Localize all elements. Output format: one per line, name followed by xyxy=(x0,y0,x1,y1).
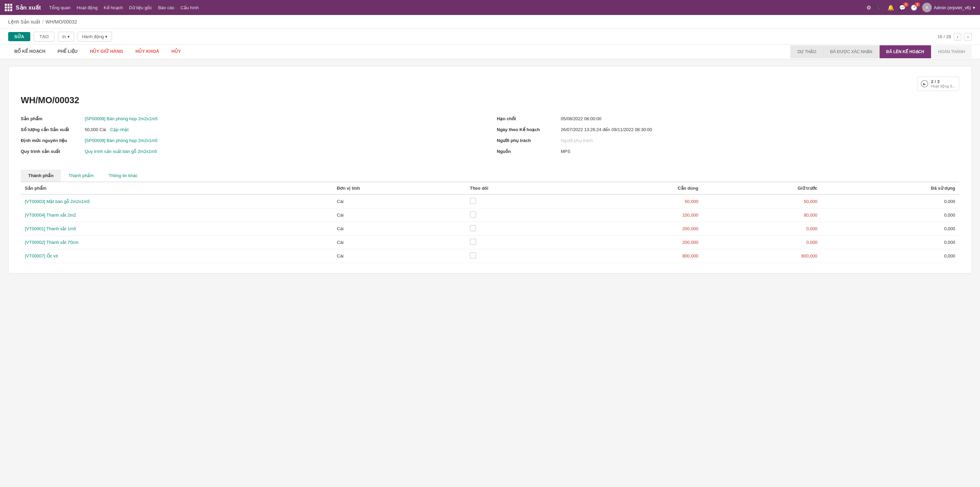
san-pham-value[interactable]: [SP00009] Bàn phòng họp 2m2x1m5 xyxy=(85,116,158,121)
document-card: ▶ 2 / 3 Hoạt động S... WH/MO/00032 Sản p… xyxy=(8,66,972,273)
breadcrumb-current: WH/MO/00032 xyxy=(46,19,77,24)
col-giu-truoc: Giữ trước xyxy=(702,182,821,195)
nguoi-phu-trach-label: Người phụ trách xyxy=(497,137,558,144)
cell-giu-truoc: 50,000 xyxy=(702,195,821,208)
phe-lieu-button[interactable]: PHẾ LIỆU xyxy=(51,45,84,59)
cell-don-vi-tinh: Cái xyxy=(333,236,466,249)
col-don-vi-tinh: Đơn vị tính xyxy=(333,182,466,195)
menu-du-lieu-goc[interactable]: Dữ liệu gốc xyxy=(129,5,152,10)
cell-don-vi-tinh: Cái xyxy=(333,222,466,236)
so-luong-row: Số lượng cần Sản xuất 50,000 Cái Cập nhậ… xyxy=(21,126,483,134)
bo-ke-hoach-button[interactable]: BỔ KẾ HOẠCH xyxy=(8,45,51,59)
cell-theo-doi[interactable] xyxy=(466,236,579,249)
in-button[interactable]: In ▾ xyxy=(58,32,74,42)
pipeline-step-da-duoc-xac-nhan[interactable]: ĐÃ ĐƯỢC XÁC NHẬN xyxy=(823,45,879,58)
menu-hoat-dong[interactable]: Hoạt động xyxy=(76,5,98,10)
checkbox-icon[interactable] xyxy=(470,225,476,231)
checkbox-icon[interactable] xyxy=(470,239,476,245)
tab-thanh-pham[interactable]: Thành phẩm xyxy=(61,169,101,182)
han-chot-label: Hạn chốt xyxy=(497,115,558,123)
chevron-down-icon: ▾ xyxy=(67,34,70,39)
activity-icon[interactable]: 🕐 4 xyxy=(911,5,917,11)
cell-theo-doi[interactable] xyxy=(466,249,579,263)
col-can-dung: Cần dùng xyxy=(579,182,703,195)
activity-count: 2 / 3 xyxy=(931,79,956,84)
cell-can-dung: 50,000 xyxy=(579,195,703,208)
tabs: Thành phần Thành phẩm Thông tin khác xyxy=(21,169,959,182)
table-row: [VT00004] Thanh sắt 2m2 Cái 100,000 80,0… xyxy=(21,208,959,222)
nguoi-phu-trach-placeholder[interactable]: Người phụ trách xyxy=(561,137,593,144)
tab-thong-tin-khac[interactable]: Thông tin khác xyxy=(101,169,145,182)
hanh-dong-label: Hành động xyxy=(82,34,104,39)
dinh-muc-value[interactable]: [SP00009] Bàn phòng họp 2m2x1m5 xyxy=(85,138,158,143)
tao-button[interactable]: TẠO xyxy=(34,32,54,42)
cell-giu-truoc: 800,000 xyxy=(702,249,821,263)
san-pham-link[interactable]: [VT00002] Thanh sắt 70cm xyxy=(25,240,78,245)
cell-can-dung: 800,000 xyxy=(579,249,703,263)
huy-giu-hang-button[interactable]: HỦY GIỮ HÀNG xyxy=(84,45,129,59)
pipeline-step-du-thao[interactable]: DỰ THẢO xyxy=(791,45,823,58)
huy-khoa-button[interactable]: HỦY KHOÁ xyxy=(129,45,165,59)
table-row: [VT00007] Ốc vít Cái 800,000 800,000 0,0… xyxy=(21,249,959,263)
tab-thanh-phan[interactable]: Thành phần xyxy=(21,169,61,182)
quy-trinh-value[interactable]: Quy trình sản xuất bàn gỗ 2m2x1m5 xyxy=(85,149,157,154)
phone-icon[interactable]: 📞 xyxy=(876,5,883,11)
table-row: [VT00002] Thanh sắt 70cm Cái 200,000 0,0… xyxy=(21,236,959,249)
cell-da-su-dung: 0,000 xyxy=(821,195,959,208)
avatar: A xyxy=(922,3,932,12)
menu-ke-hoach[interactable]: Kế hoạch xyxy=(104,5,123,10)
components-table: Sản phẩm Đơn vị tính Theo dõi Cần dùng G… xyxy=(21,182,959,263)
bell-icon[interactable]: 🔔 xyxy=(888,5,894,11)
settings-icon[interactable]: ⚙ xyxy=(866,5,871,11)
pipeline-step-da-len-ke-hoach[interactable]: ĐÃ LÊN KẾ HOẠCH xyxy=(879,45,931,58)
cell-can-dung: 200,000 xyxy=(579,222,703,236)
menu-tong-quan[interactable]: Tổng quan xyxy=(49,5,70,10)
cell-can-dung: 100,000 xyxy=(579,208,703,222)
checkbox-icon[interactable] xyxy=(470,211,476,218)
checkbox-icon[interactable] xyxy=(470,198,476,204)
app-logo[interactable]: Sản xuất xyxy=(5,4,41,11)
hanh-dong-button[interactable]: Hành động ▾ xyxy=(78,32,112,42)
cell-theo-doi[interactable] xyxy=(466,195,579,208)
pipeline-label: DỰ THẢO xyxy=(798,49,816,54)
sua-button[interactable]: SỬA xyxy=(8,32,30,41)
nguon-row: Nguồn MPS xyxy=(497,148,959,155)
grid-icon[interactable] xyxy=(5,4,12,11)
form-grid: Sản phẩm [SP00009] Bàn phòng họp 2m2x1m5… xyxy=(21,115,959,159)
huy-button[interactable]: HỦY xyxy=(165,45,187,59)
cell-theo-doi[interactable] xyxy=(466,208,579,222)
form-left: Sản phẩm [SP00009] Bàn phòng họp 2m2x1m5… xyxy=(21,115,483,159)
cell-da-su-dung: 0,000 xyxy=(821,208,959,222)
ngay-ke-hoach-value: 26/07/2022 13:26:24 đến 09/11/2022 08:30… xyxy=(561,126,652,134)
nguoi-phu-trach-row: Người phụ trách Người phụ trách xyxy=(497,137,959,144)
chat-icon[interactable]: 💬 4 xyxy=(899,5,906,11)
next-record-button[interactable]: › xyxy=(964,33,972,40)
dinh-muc-label: Định mức nguyên liệu xyxy=(21,137,82,144)
san-pham-link[interactable]: [VT00003] Mặt bàn gỗ 2m2x1m5 xyxy=(25,199,90,204)
cap-nhat-link[interactable]: Cập nhật xyxy=(110,127,129,132)
cell-don-vi-tinh: Cái xyxy=(333,249,466,263)
san-pham-link[interactable]: [VT00001] Thanh sắt 1m5 xyxy=(25,226,76,231)
table-row: [VT00003] Mặt bàn gỗ 2m2x1m5 Cái 50,000 … xyxy=(21,195,959,208)
topnav-right-icons: ⚙ 📞 🔔 💬 4 🕐 4 A Admin (erpviet_v6) ▾ xyxy=(866,3,975,12)
breadcrumb: Lệnh Sản xuất / WH/MO/00032 xyxy=(0,15,980,29)
cell-theo-doi[interactable] xyxy=(466,222,579,236)
pipeline-step-hoan-thanh[interactable]: HOÀN THÀNH xyxy=(931,45,972,58)
menu-bao-cao[interactable]: Báo cáo xyxy=(158,5,175,10)
prev-record-button[interactable]: ‹ xyxy=(954,33,962,40)
form-right: Hạn chốt 05/08/2022 06:00:00 Ngày theo K… xyxy=(497,115,959,159)
activity-label: Hoạt động S... xyxy=(931,84,956,89)
in-label: In xyxy=(62,34,66,39)
san-pham-link[interactable]: [VT00007] Ốc vít xyxy=(25,253,58,259)
menu-cau-hinh[interactable]: Cấu hình xyxy=(180,5,199,10)
quy-trinh-row: Quy trình sản xuất Quy trình sản xuất bà… xyxy=(21,148,483,155)
user-menu[interactable]: A Admin (erpviet_v6) ▾ xyxy=(922,3,975,12)
breadcrumb-parent[interactable]: Lệnh Sản xuất xyxy=(8,19,40,24)
activity-badge-widget[interactable]: ▶ 2 / 3 Hoạt động S... xyxy=(917,77,959,91)
checkbox-icon[interactable] xyxy=(470,252,476,259)
san-pham-link[interactable]: [VT00004] Thanh sắt 2m2 xyxy=(25,212,76,218)
play-icon: ▶ xyxy=(921,80,928,88)
dinh-muc-row: Định mức nguyên liệu [SP00009] Bàn phòng… xyxy=(21,137,483,144)
pipeline-label: HOÀN THÀNH xyxy=(938,49,965,54)
han-chot-row: Hạn chốt 05/08/2022 06:00:00 xyxy=(497,115,959,123)
